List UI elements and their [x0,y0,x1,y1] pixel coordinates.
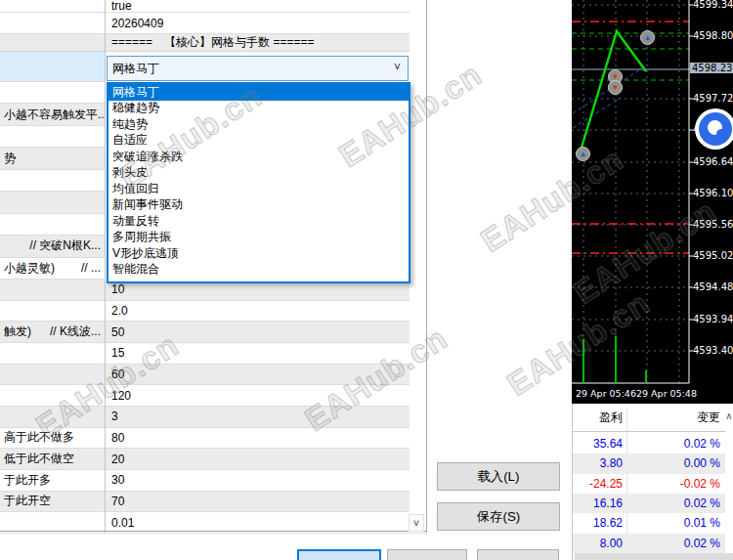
price-axis-label: 4596.64 [693,156,733,167]
param-row: 3 [0,407,410,428]
param-value-cell[interactable]: true [105,0,410,12]
strategy-select-value: 网格马丁 [112,61,159,77]
scroll-up-button[interactable]: ∧ [724,409,733,422]
param-value-cell[interactable]: 3 [105,407,410,427]
param-value-cell[interactable]: 120 [105,385,410,406]
time-axis-label: 29 Apr 05:48 [636,388,697,399]
param-name-cell [0,170,105,192]
param-name-label: // 突破N根K... [29,237,101,254]
result-profit-value: 35.64 [573,434,623,453]
param-name-cell [0,0,105,12]
result-change-value: 0.02 % [631,534,720,553]
result-change-value: 0.01 % [631,513,720,533]
results-header-profit[interactable]: 盈利 [573,409,623,425]
param-row: 15 [0,343,410,365]
price-axis-label: 4595.02 [693,250,733,261]
param-value-cell[interactable]: 80 [105,428,410,449]
param-row: 2.0 [0,301,410,323]
param-value-cell[interactable]: 2.0 [105,301,410,322]
param-name-cell [0,214,105,236]
param-name-cell [0,301,105,322]
param-row: 20260409 [0,13,410,34]
strategy-select[interactable]: 网格马丁 ˅ [107,56,409,81]
dialog-button-partial[interactable] [387,549,467,560]
results-row[interactable]: 35.640.02 % [573,434,725,453]
load-button[interactable]: 载入(L) [437,462,560,491]
param-row: 低于此不做空20 [0,449,410,470]
price-axis-label: 4593.94 [693,314,733,324]
chevron-down-icon: ˅ [394,61,401,74]
time-axis-label: 29 Apr 05:46 [576,388,636,399]
param-row: 于此开空70 [0,492,410,513]
param-name-cell [0,512,105,533]
dropdown-item[interactable]: 新闻事件驱动 [108,197,409,214]
param-name-label: 小越灵敏) [4,260,55,277]
param-value-cell[interactable]: 50 [105,322,410,342]
results-bottom-strip [575,553,733,560]
result-change-value: 0.00 % [631,453,720,473]
buy-marker-icon: ▲ [640,30,655,45]
results-row[interactable]: 18.620.01 % [573,513,725,533]
results-row[interactable]: 16.160.02 % [573,494,725,513]
param-value-cell[interactable]: 60 [105,365,410,385]
dropdown-item[interactable]: 网格马丁 [108,84,409,101]
param-value-cell[interactable]: 20260409 [105,13,410,33]
param-name-cell: 小越灵敏)// ... [0,258,105,280]
strategy-param-name-cell [0,52,105,82]
result-profit-value: 3.80 [573,453,623,473]
eahub-logo-bite [716,129,726,139]
param-name-cell: 高于此不做多 [0,428,105,449]
param-name-label: 于此开空 [4,493,51,509]
result-profit-value: 8.00 [573,534,623,553]
price-axis-label: 4595.56 [693,219,733,230]
price-axis-label: 4594.48 [693,281,733,292]
param-name-cell [0,365,105,385]
price-axis-label: 4598.80 [693,30,733,41]
dropdown-item[interactable]: V形抄底逃顶 [108,245,409,262]
dropdown-item[interactable]: 剥头皮 [108,165,409,182]
results-row[interactable]: 8.000.02 % [573,534,725,553]
dropdown-item[interactable]: 均值回归 [108,181,409,197]
result-change-value: -0.02 % [631,474,720,494]
screenshot-root: true20260409小越不容易触发平...势// 突破N根K...小越灵敏)… [0,0,733,560]
dropdown-item[interactable]: 多周期共振 [108,230,409,246]
param-name-label: 于此开多 [4,472,51,489]
dropdown-item[interactable]: 稳健趋势 [108,101,409,117]
current-price-label: 4598.23 [690,63,733,73]
result-change-value: 0.02 % [631,494,720,513]
strategy-param-row: 网格马丁 ˅ [0,52,410,82]
buy-marker-icon: ▲ [576,147,590,161]
param-value-cell[interactable]: 20 [105,449,410,469]
param-name-label: 势 [4,151,16,167]
results-row[interactable]: 3.800.00 % [573,453,725,473]
param-name-comment: // K线波... [50,323,101,340]
param-name-cell: // 突破N根K... [0,236,105,257]
table-bottom-border-light [0,533,427,534]
save-button[interactable]: 保存(S) [437,502,560,531]
results-header-change[interactable]: 变更 [631,409,720,425]
dropdown-item[interactable]: 动量反转 [108,213,409,230]
dropdown-item[interactable]: 纯趋势 [108,116,409,133]
table-bottom-border [0,531,427,532]
price-axis-label: 4599.34 [693,0,733,10]
results-row[interactable]: -24.25-0.02 % [573,474,725,494]
eahub-logo [695,108,733,150]
param-name-cell [0,407,105,427]
param-name-cell: 势 [0,148,105,169]
dropdown-item[interactable]: 自适应 [108,133,409,150]
results-header-underline [573,431,725,432]
param-value-cell[interactable]: 30 [105,470,410,491]
param-row: 于此开多30 [0,470,410,492]
dialog-button-partial[interactable] [477,549,559,560]
param-name-label: 低于此不做空 [4,451,74,467]
param-value-cell[interactable]: 70 [105,492,410,512]
param-name-cell: 低于此不做空 [0,449,105,469]
param-value-cell[interactable]: 0.01 [105,512,410,533]
param-name-label: 高于此不做多 [4,429,74,446]
scroll-down-button[interactable]: ˅ [409,514,424,532]
param-name-cell: 于此开多 [0,470,105,491]
param-value-cell[interactable]: 15 [105,343,410,364]
dropdown-item[interactable]: 智能混合 [108,262,409,279]
dialog-default-button-partial[interactable] [297,549,381,560]
dropdown-item[interactable]: 突破追涨杀跌 [108,149,409,165]
